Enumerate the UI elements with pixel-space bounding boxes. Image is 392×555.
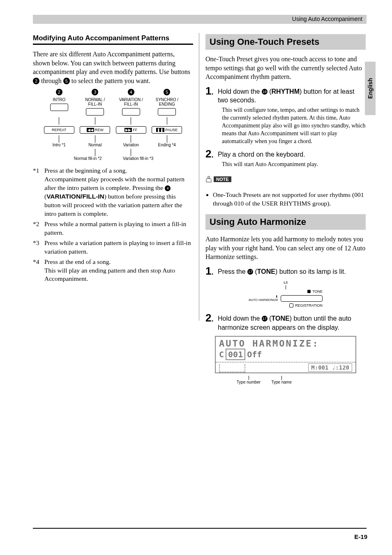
tone-diagram: Lit TONE ⬇AUTO HARMONIZE REGISTRATION [249, 280, 323, 308]
button-4-icon: 4 [165, 185, 171, 191]
onetouch-step-2-sub: This will start Auto Accompaniment play. [222, 161, 366, 169]
harmonize-step-1: 1. Press the 17 (TONE) button so its lam… [205, 266, 366, 276]
onetouch-step-2: 2. Play a chord on the keyboard. [205, 148, 366, 159]
harmonize-step-2: 2. Hold down the 17 (TONE) button until … [205, 312, 366, 332]
running-header-text: Using Auto Accompaniment [292, 16, 362, 22]
page-number: E-19 [354, 533, 367, 540]
column-divider [199, 33, 199, 321]
footnotes: *1 Press at the beginning of a song. Acc… [33, 166, 193, 283]
section-harmonize-heading: Using Auto Harmonize [205, 214, 366, 230]
button-5-icon: 5 [63, 78, 70, 84]
language-tab-label: English [367, 78, 374, 99]
note-header: NOTE [205, 176, 231, 183]
right-column: Using One-Touch Presets One-Touch Preset… [205, 31, 366, 384]
onetouch-step-1-sub: This will configure tone, tempo, and oth… [222, 106, 366, 145]
section-onetouch-heading: Using One-Touch Presets [205, 34, 366, 50]
note-icon [205, 176, 212, 183]
left-subheading: Modifying Auto Accompaniment Patterns [33, 34, 193, 45]
running-header-bar: Using Auto Accompaniment [33, 15, 367, 24]
lcd-labels: Type number Type name [216, 376, 355, 384]
note-list: One-Touch Presets are not supported for … [205, 191, 366, 208]
button-17-icon-2: 17 [262, 316, 267, 321]
onetouch-intro: One-Touch Preset gives you one-touch acc… [205, 55, 366, 81]
footer-rule [33, 528, 367, 529]
left-column: Modifying Auto Accompaniment Patterns Th… [33, 31, 193, 285]
harmonize-intro: Auto Harmonize lets you add harmony to m… [205, 235, 366, 261]
lcd-display: AUTO HARMONIZE: C 001 Off M:001 ♩:120 [215, 336, 356, 373]
left-intro: There are six different Auto Accompanime… [33, 50, 193, 85]
language-tab: English [365, 62, 376, 115]
onetouch-step-1: 1. Hold down the 19 (RHYTHM) button for … [205, 86, 366, 105]
button-17-icon: 17 [247, 269, 253, 275]
button-2-icon: 2 [33, 78, 39, 84]
svg-rect-0 [208, 176, 210, 178]
button-19-icon: 19 [262, 89, 267, 95]
pattern-diagram: 2 3 4 5 INTRO NORMAL / FILL-IN VARIATION… [41, 89, 185, 161]
